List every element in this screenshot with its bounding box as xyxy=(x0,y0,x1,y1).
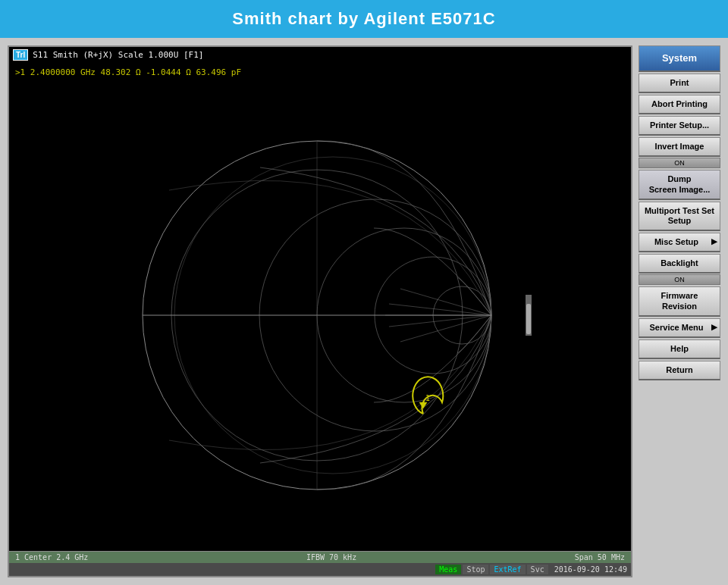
backlight-button[interactable]: Backlight xyxy=(639,254,720,274)
service-menu-arrow: ▶ xyxy=(711,323,717,332)
svg-text:1: 1 xyxy=(425,394,430,402)
main-area: Trl S11 Smith (R+jX) Scale 1.000U [F1] >… xyxy=(0,38,728,585)
scroll-thumb xyxy=(526,304,531,334)
stop-badge: Stop xyxy=(463,565,488,574)
multiport-button[interactable]: Multiport Test Set Setup xyxy=(639,202,720,231)
span: Span 50 MHz xyxy=(575,553,625,562)
system-button[interactable]: System xyxy=(639,45,720,72)
timestamp: 2016-09-20 12:49 xyxy=(554,565,627,574)
service-menu-button[interactable]: Service Menu ▶ xyxy=(639,318,720,338)
printer-setup-button[interactable]: Printer Setup... xyxy=(639,116,720,136)
measurement-readout: >1 2.4000000 GHz 48.302 Ω -1.0444 Ω 63.4… xyxy=(15,67,241,77)
page-title: Smith chart by Agilent E5071C xyxy=(232,9,495,29)
misc-setup-button[interactable]: Misc Setup ▶ xyxy=(639,233,720,252)
backlight-group: Backlight ON xyxy=(639,254,720,285)
invert-image-value: ON xyxy=(639,158,720,168)
instrument-display: Trl S11 Smith (R+jX) Scale 1.000U [F1] >… xyxy=(8,45,632,577)
instrument-readout: >1 2.4000000 GHz 48.302 Ω -1.0444 Ω 63.4… xyxy=(9,63,631,80)
instrument-title: S11 Smith (R+jX) Scale 1.000U [F1] xyxy=(33,50,203,60)
return-button[interactable]: Return xyxy=(639,361,720,380)
help-button[interactable]: Help xyxy=(639,339,720,359)
extref-badge: ExtRef xyxy=(490,565,525,574)
abort-printing-button[interactable]: Abort Printing xyxy=(639,95,720,114)
instrument-bottom-bar: 1 Center 2.4 GHz IFBW 70 kHz Span 50 MHz xyxy=(9,551,631,563)
right-menu-panel: System Print Abort Printing Printer Setu… xyxy=(639,45,720,577)
misc-setup-arrow: ▶ xyxy=(711,237,717,246)
invert-image-button[interactable]: Invert Image xyxy=(639,137,720,157)
trl-badge: Trl xyxy=(13,49,28,61)
smith-chart-svg: 1 xyxy=(108,130,526,501)
instrument-top-bar: Trl S11 Smith (R+jX) Scale 1.000U [F1] xyxy=(9,47,631,63)
meas-badge: Meas xyxy=(435,565,461,574)
center-freq: 1 Center 2.4 GHz xyxy=(15,553,88,562)
chart-area: 1 xyxy=(9,80,631,551)
firmware-revision-button[interactable]: Firmware Revision xyxy=(639,286,720,316)
invert-image-group: Invert Image ON xyxy=(639,137,720,168)
svc-badge: Svc xyxy=(527,565,548,574)
dump-screen-button[interactable]: Dump Screen Image... xyxy=(639,170,720,199)
print-button[interactable]: Print xyxy=(639,74,720,93)
scrollbar[interactable] xyxy=(526,295,532,336)
ifbw: IFBW 70 kHz xyxy=(306,553,356,562)
app-header: Smith chart by Agilent E5071C xyxy=(0,0,728,38)
backlight-value: ON xyxy=(639,274,720,285)
status-row: Meas Stop ExtRef Svc 2016-09-20 12:49 xyxy=(9,563,631,576)
